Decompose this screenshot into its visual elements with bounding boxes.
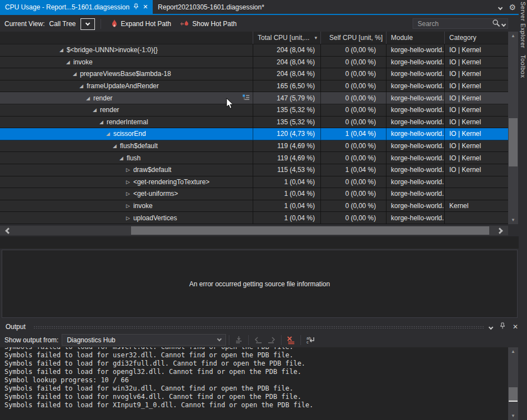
- side-tab-server-explorer[interactable]: Server Explorer: [520, 2, 526, 48]
- category-cell: [444, 212, 508, 224]
- tree-row[interactable]: ◢invoke204 (8,04 %)0 (0,00 %)korge-hello…: [0, 57, 508, 69]
- tab-report-diagsession[interactable]: Report20210305-1601.diagsession*: [153, 0, 269, 14]
- tree-horizontal-scrollbar[interactable]: [0, 226, 508, 235]
- collapse-twisty-icon[interactable]: ◢: [79, 83, 83, 89]
- search-options-chevron-icon[interactable]: [502, 20, 505, 28]
- module-cell: korge-hello-world...: [386, 117, 444, 128]
- search-box[interactable]: [413, 18, 508, 29]
- tree-row[interactable]: ◢scissorEnd120 (4,73 %)1 (0,04 %)korge-h…: [0, 128, 508, 140]
- tab-label: Report20210305-1601.diagsession*: [158, 3, 264, 11]
- cpu-usage-toolbar: Current View: Call Tree Expand Hot Path …: [0, 16, 519, 32]
- word-wrap-button[interactable]: abc: [304, 334, 317, 346]
- console-vertical-scrollbar[interactable]: ▲ ▼: [508, 347, 518, 420]
- search-input[interactable]: [416, 19, 492, 28]
- tab-cpu-usage[interactable]: CPU Usage - Report...5-1601.diagsession …: [0, 0, 153, 14]
- collapse-twisty-icon[interactable]: ◢: [106, 131, 110, 136]
- output-source-combobox[interactable]: Diagnostics Hub: [62, 334, 226, 346]
- collapse-twisty-icon[interactable]: ◢: [86, 95, 90, 101]
- output-console[interactable]: Symbols failed to load for msvcrt.dll. C…: [0, 347, 508, 420]
- tree-row[interactable]: ◢frameUpdateAndRender165 (6,50 %)0 (0,00…: [0, 80, 508, 93]
- collapse-twisty-icon[interactable]: ◢: [59, 47, 63, 53]
- expand-twisty-icon[interactable]: ▷: [126, 203, 130, 209]
- mouse-cursor: [226, 98, 234, 111]
- header-self-cpu[interactable]: Self CPU [unit, %]: [320, 32, 386, 44]
- self-cpu-cell: 1 (0,04 %): [320, 128, 386, 140]
- total-cpu-cell: 1 (0,04 %): [253, 212, 320, 224]
- tree-row[interactable]: ▷invoke1 (0,04 %)0 (0,00 %)korge-hello-w…: [0, 200, 508, 212]
- clear-all-output-button[interactable]: [284, 334, 298, 346]
- current-view-combobox[interactable]: Call Tree: [48, 18, 94, 30]
- tree-row[interactable]: ◢renderInternal135 (5,32 %)0 (0,00 %)kor…: [0, 117, 508, 129]
- pin-icon[interactable]: [500, 322, 505, 331]
- close-icon[interactable]: ✕: [513, 323, 518, 331]
- show-hot-path-button[interactable]: Show Hot Path: [175, 18, 241, 30]
- scroll-right-icon[interactable]: [493, 226, 507, 235]
- collapse-twisty-icon[interactable]: ◢: [119, 155, 123, 161]
- tree-row[interactable]: ◢render135 (5,32 %)0 (0,00 %)korge-hello…: [0, 104, 508, 117]
- tab-label: CPU Usage - Report...5-1601.diagsession: [5, 3, 129, 11]
- tree-row[interactable]: ◢flush119 (4,69 %)0 (0,00 %)korge-hello-…: [0, 152, 508, 164]
- scroll-left-icon[interactable]: [1, 226, 16, 235]
- tree-row[interactable]: ◢$<bridge-UNNN>invoke(-1:0){}204 (8,04 %…: [0, 44, 508, 57]
- tree-row[interactable]: ▷draw$default115 (4,53 %)1 (0,04 %)korge…: [0, 164, 508, 176]
- tree-vertical-scrollbar[interactable]: ▲ ▼: [508, 32, 518, 224]
- gear-icon[interactable]: ⚙: [509, 3, 516, 11]
- collapse-twisty-icon[interactable]: ◢: [73, 71, 77, 77]
- output-line: Symbols failed to load for win32u.dll. C…: [4, 384, 508, 393]
- tree-row[interactable]: ▷<get-renderingToTexture>1 (0,04 %)0 (0,…: [0, 176, 508, 189]
- function-name-cell: ◢$<bridge-UNNN>invoke(-1:0){}: [0, 44, 253, 56]
- category-cell: Kernel: [444, 200, 508, 212]
- tree-row[interactable]: ◢flush$default119 (4,69 %)0 (0,00 %)korg…: [0, 140, 508, 153]
- header-total-cpu[interactable]: Total CPU [unit,... ▾: [253, 32, 320, 44]
- expand-twisty-icon[interactable]: ▷: [126, 215, 130, 221]
- module-cell: korge-hello-world...: [386, 57, 444, 68]
- expand-twisty-icon[interactable]: ▷: [126, 179, 130, 185]
- output-line: Symbols failed to load for opengl32.dll.…: [4, 368, 508, 376]
- header-category[interactable]: Category: [444, 32, 508, 44]
- next-message-button[interactable]: [265, 334, 278, 346]
- scroll-up-icon[interactable]: ▲: [508, 347, 518, 356]
- tree-row[interactable]: ▷<get-uniforms>1 (0,04 %)0 (0,00 %)korge…: [0, 188, 508, 200]
- function-name-cell: ◢render: [0, 92, 253, 104]
- collapse-twisty-icon[interactable]: ◢: [66, 59, 70, 65]
- function-name-cell: ◢flush: [0, 152, 253, 164]
- search-icon[interactable]: [492, 19, 500, 29]
- goto-message-button[interactable]: [232, 334, 245, 346]
- combobox-dropdown-button[interactable]: [81, 18, 95, 30]
- scroll-down-icon[interactable]: ▼: [508, 412, 518, 420]
- category-cell: IO | Kernel: [444, 80, 508, 92]
- scroll-down-icon[interactable]: ▼: [508, 216, 518, 224]
- previous-message-button[interactable]: [252, 334, 265, 346]
- expand-twisty-icon[interactable]: ▷: [126, 191, 130, 196]
- pin-icon[interactable]: [133, 3, 139, 11]
- tree-row[interactable]: ◢prepareViewsBase$lambda-18204 (8,04 %)0…: [0, 68, 508, 80]
- scroll-up-icon[interactable]: ▲: [508, 32, 518, 40]
- expand-twisty-icon[interactable]: ▷: [126, 167, 130, 173]
- header-module[interactable]: Module: [386, 32, 444, 44]
- call-tree-grid: Total CPU [unit,... ▾ Self CPU [unit, %]…: [0, 32, 508, 224]
- collapse-twisty-icon[interactable]: ◢: [99, 119, 103, 125]
- tree-row[interactable]: ▷uploadVertices1 (0,04 %)0 (0,00 %)korge…: [0, 212, 508, 224]
- header-function-name[interactable]: [0, 32, 253, 44]
- window-position-chevron-icon[interactable]: [489, 323, 493, 331]
- function-name: render: [93, 94, 113, 102]
- scrollbar-thumb[interactable]: [509, 118, 518, 166]
- expand-hot-path-row-icon[interactable]: [242, 93, 250, 103]
- scrollbar-thumb[interactable]: [131, 226, 489, 235]
- function-name: scissorEnd: [113, 130, 146, 138]
- output-panel-header[interactable]: Output ✕: [0, 321, 527, 332]
- category-cell: [444, 188, 508, 200]
- tab-list-chevron-icon[interactable]: [499, 3, 502, 11]
- tree-row[interactable]: ◢render147 (5,79 %)0 (0,00 %)korge-hello…: [0, 92, 508, 104]
- total-cpu-cell: 1 (0,04 %): [253, 176, 320, 188]
- scrollbar-thumb[interactable]: [509, 387, 518, 401]
- self-cpu-cell: 0 (0,00 %): [320, 104, 386, 116]
- category-cell: IO | Kernel: [444, 117, 508, 128]
- collapse-twisty-icon[interactable]: ◢: [113, 143, 117, 149]
- close-icon[interactable]: ✕: [143, 3, 148, 11]
- svg-text:ab: ab: [307, 336, 311, 340]
- expand-hot-path-button[interactable]: Expand Hot Path: [107, 18, 176, 30]
- document-tab-bar: CPU Usage - Report...5-1601.diagsession …: [0, 0, 519, 15]
- side-tab-toolbox[interactable]: Toolbox: [520, 55, 526, 78]
- collapse-twisty-icon[interactable]: ◢: [93, 107, 97, 113]
